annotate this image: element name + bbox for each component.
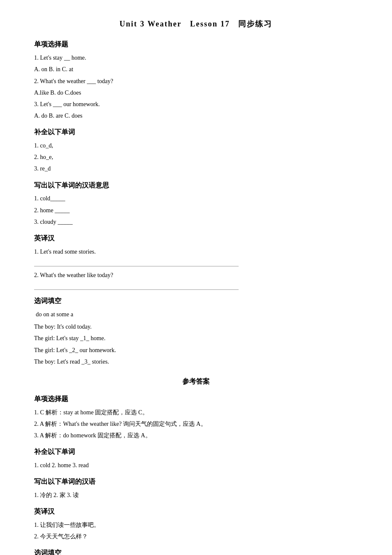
fill-word-1: 1. co_d, xyxy=(34,140,358,151)
translate-1-blank xyxy=(34,259,239,266)
answer-fill-word: 1. cold 2. home 3. read xyxy=(34,460,358,471)
answer-q2: 2. A 解析：What's the weather like? 询问天气的固定… xyxy=(34,419,358,429)
q2-options: A.like B. do C.does xyxy=(34,87,358,98)
section-fill-word: 补全以下单词 1. co_d, 2. ho_e, 3. re_d xyxy=(34,126,358,174)
page-title: Unit 3 Weather Lesson 17 同步练习 xyxy=(34,17,358,31)
answer-translate-2: 2. 今天天气怎么样？ xyxy=(34,531,358,542)
q1-options: A. on B. in C. at xyxy=(34,64,358,75)
section4-title: 英译汉 xyxy=(34,232,358,245)
answer-section5: 选词填空 1. at 解析：stay at home 固定搭配。 2. do 解… xyxy=(34,547,358,555)
meaning-3: 3. cloudy _____ xyxy=(34,217,358,227)
answer-section1-title: 单项选择题 xyxy=(34,393,358,405)
translate-2-question: 2. What's the weather like today? xyxy=(34,270,358,280)
answer-translate-1: 1. 让我们读一些故事吧。 xyxy=(34,520,358,530)
answer-section4: 英译汉 1. 让我们读一些故事吧。 2. 今天天气怎么样？ xyxy=(34,506,358,542)
answer-chinese: 1. 冷的 2. 家 3. 读 xyxy=(34,490,358,500)
fill-sentence-3: The girl: Let's _2_ our homework. xyxy=(34,345,358,356)
section-multiple-choice: 单项选择题 1. Let's stay __ home. A. on B. in… xyxy=(34,38,358,121)
fill-word-2: 2. ho_e, xyxy=(34,152,358,162)
section5-title: 选词填空 xyxy=(34,295,358,307)
fill-sentence-2: The girl: Let's stay _1_ home. xyxy=(34,333,358,344)
answer-section: 参考答案 单项选择题 1. C 解析：stay at home 固定搭配，应选 … xyxy=(34,376,358,555)
answer-q1: 1. C 解析：stay at home 固定搭配，应选 C。 xyxy=(34,407,358,418)
section1-title: 单项选择题 xyxy=(34,38,358,51)
answer-section2-title: 补全以下单词 xyxy=(34,446,358,458)
q3-question: 3. Let's ___ our homework. xyxy=(34,99,358,110)
fill-word-3: 3. re_d xyxy=(34,163,358,174)
section3-title: 写出以下单词的汉语意思 xyxy=(34,179,358,192)
meaning-2: 2. home _____ xyxy=(34,205,358,216)
q1-question: 1. Let's stay __ home. xyxy=(34,52,358,63)
translate-1-question: 1. Let's read some stories. xyxy=(34,246,358,257)
section2-title: 补全以下单词 xyxy=(34,126,358,139)
answer-q3: 3. A 解析：do homework 固定搭配，应选 A。 xyxy=(34,430,358,441)
section-word-choice: 选词填空 do on at some a The boy: It's cold … xyxy=(34,295,358,367)
word-bank: do on at some a xyxy=(36,309,358,320)
answer-section3-title: 写出以下单词的汉语 xyxy=(34,476,358,488)
translate-2-blank xyxy=(34,282,239,290)
fill-sentence-4: The boy: Let's read _3_ stories. xyxy=(34,356,358,367)
answer-section4-title: 英译汉 xyxy=(34,506,358,518)
answer-section2: 补全以下单词 1. cold 2. home 3. read xyxy=(34,446,358,471)
fill-sentence-1: The boy: It's cold today. xyxy=(34,321,358,332)
answer-section3: 写出以下单词的汉语 1. 冷的 2. 家 3. 读 xyxy=(34,476,358,500)
q3-options: A. do B. are C. does xyxy=(34,110,358,121)
section-chinese-meaning: 写出以下单词的汉语意思 1. cold_____ 2. home _____ 3… xyxy=(34,179,358,227)
answer-section5-title: 选词填空 xyxy=(34,547,358,555)
answer-section1: 单项选择题 1. C 解析：stay at home 固定搭配，应选 C。 2.… xyxy=(34,393,358,441)
answer-center-title: 参考答案 xyxy=(34,376,358,388)
q2-question: 2. What's the weather ___ today? xyxy=(34,76,358,87)
section-translate: 英译汉 1. Let's read some stories. 2. What'… xyxy=(34,232,358,290)
meaning-1: 1. cold_____ xyxy=(34,193,358,204)
